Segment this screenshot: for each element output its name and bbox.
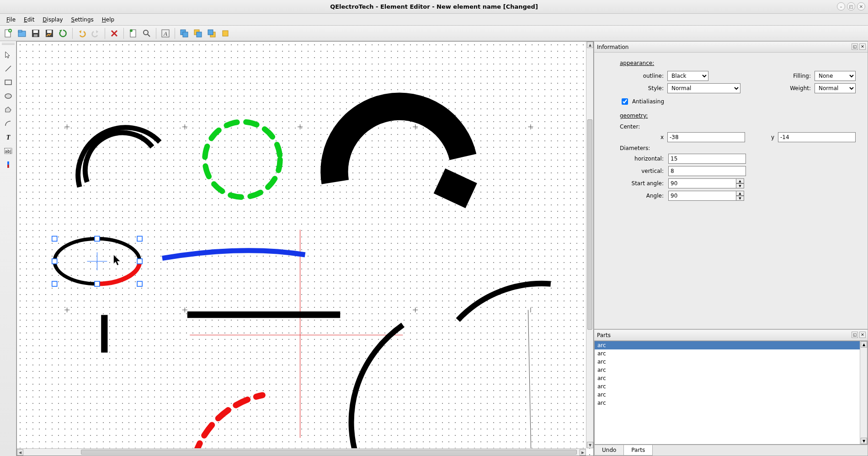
parts-title-text: Parts — [597, 332, 611, 338]
svg-rect-6 — [34, 34, 37, 37]
menu-help[interactable]: Help — [98, 15, 118, 24]
svg-rect-20 — [223, 31, 228, 36]
svg-rect-5 — [33, 30, 38, 33]
panel-float-icon[interactable]: ◱ — [852, 332, 858, 338]
single-layer-icon[interactable] — [219, 27, 232, 40]
svg-rect-51 — [187, 311, 340, 318]
angle-up[interactable]: ▲ — [736, 191, 744, 196]
parts-scrollbar[interactable]: ▲▼ — [860, 341, 867, 444]
menu-file[interactable]: File — [3, 15, 19, 24]
startangle-input[interactable] — [668, 178, 736, 188]
svg-rect-15 — [183, 32, 188, 37]
menubar: File Edit Display Settings Help — [0, 14, 868, 26]
canvas[interactable]: ▲▼ ◀▶ — [16, 41, 594, 456]
vertical-scrollbar[interactable]: ▲▼ — [586, 42, 593, 448]
undo-tab[interactable]: Undo — [594, 445, 624, 456]
parts-item[interactable]: arc — [595, 358, 867, 366]
polygon-tool[interactable] — [2, 103, 15, 116]
antialias-label: Antialiasing — [632, 98, 664, 105]
properties-icon[interactable] — [127, 27, 139, 40]
save-icon[interactable] — [29, 27, 42, 40]
parts-item[interactable]: arc — [595, 374, 867, 382]
svg-rect-50 — [434, 168, 477, 208]
redo-icon[interactable] — [89, 27, 102, 40]
horizontal-scrollbar[interactable]: ◀▶ — [17, 448, 586, 456]
information-title-text: Information — [597, 44, 628, 50]
filling-label: Filling: — [767, 73, 811, 79]
style-label: Style: — [620, 85, 664, 91]
arc-tool[interactable] — [2, 117, 15, 130]
angle-down[interactable]: ▼ — [736, 196, 744, 201]
parts-item[interactable]: arc — [595, 341, 867, 349]
ellipse-tool[interactable] — [2, 90, 15, 102]
panel-float-icon[interactable]: ◱ — [852, 43, 858, 50]
svg-rect-22 — [5, 80, 11, 85]
angle-input[interactable] — [668, 191, 736, 201]
line-tool[interactable] — [2, 62, 15, 75]
appearance-heading: appearance: — [620, 60, 856, 66]
x-input[interactable] — [667, 132, 745, 142]
send-backward-icon[interactable] — [205, 27, 218, 40]
svg-rect-58 — [137, 236, 142, 241]
toolbar: A — [0, 26, 868, 41]
parts-item[interactable]: arc — [595, 399, 867, 407]
svg-rect-63 — [137, 281, 142, 286]
text-icon[interactable]: A — [159, 27, 172, 40]
menu-edit[interactable]: Edit — [20, 15, 38, 24]
new-icon[interactable] — [2, 27, 15, 40]
reload-icon[interactable] — [57, 27, 69, 40]
terminal-tool[interactable] — [2, 158, 15, 171]
close-button[interactable]: ✕ — [857, 2, 865, 11]
svg-line-21 — [5, 66, 11, 71]
style-select[interactable]: Normal — [667, 83, 740, 93]
delete-icon[interactable] — [108, 27, 121, 40]
rect-tool[interactable] — [2, 76, 15, 89]
text-tool[interactable]: T — [2, 131, 15, 144]
vertical-label: vertical: — [620, 168, 664, 174]
menu-settings[interactable]: Settings — [68, 15, 97, 24]
svg-rect-62 — [95, 281, 100, 286]
open-icon[interactable] — [16, 27, 28, 40]
vertical-input[interactable] — [668, 166, 746, 176]
panel-close-icon[interactable]: ✕ — [859, 43, 866, 50]
svg-rect-52 — [101, 315, 107, 353]
parts-item[interactable]: arc — [595, 391, 867, 399]
y-input[interactable] — [778, 132, 856, 142]
geometry-heading: geometry: — [620, 113, 856, 119]
pointer-tool[interactable] — [2, 48, 15, 61]
svg-rect-19 — [208, 30, 213, 35]
copy-icon[interactable] — [178, 27, 191, 40]
weight-select[interactable]: Normal — [815, 83, 856, 93]
saveas-icon[interactable] — [43, 27, 56, 40]
textfield-tool[interactable]: ab| — [2, 145, 15, 157]
maximize-button[interactable]: ◰ — [847, 2, 855, 11]
svg-line-45 — [528, 310, 533, 456]
svg-rect-60 — [137, 259, 142, 264]
svg-text:T: T — [6, 134, 11, 141]
svg-rect-61 — [52, 281, 57, 286]
parts-tab[interactable]: Parts — [623, 445, 653, 456]
parts-item[interactable]: arc — [595, 382, 867, 391]
angle-label: Angle: — [620, 193, 664, 199]
parts-list[interactable]: arcarcarcarcarcarcarcarc▲▼ — [594, 341, 868, 445]
bring-forward-icon[interactable] — [192, 27, 204, 40]
svg-rect-57 — [95, 236, 100, 241]
x-label: x — [620, 134, 664, 140]
startangle-up[interactable]: ▲ — [736, 178, 744, 183]
zoom-icon[interactable] — [140, 27, 153, 40]
filling-select[interactable]: None — [815, 71, 856, 81]
outline-select[interactable]: Black — [667, 71, 708, 81]
minimize-button[interactable]: – — [837, 2, 845, 11]
antialias-checkbox[interactable] — [622, 98, 628, 105]
parts-item[interactable]: arc — [595, 366, 867, 374]
horizontal-input[interactable] — [668, 154, 746, 164]
y-label: y — [765, 134, 774, 140]
svg-rect-17 — [197, 32, 202, 37]
panel-close-icon[interactable]: ✕ — [859, 332, 866, 338]
parts-item[interactable]: arc — [595, 349, 867, 358]
startangle-down[interactable]: ▼ — [736, 183, 744, 188]
undo-icon[interactable] — [75, 27, 88, 40]
outline-label: outline: — [620, 73, 664, 79]
menu-display[interactable]: Display — [39, 15, 66, 24]
weight-label: Weight: — [767, 85, 811, 91]
